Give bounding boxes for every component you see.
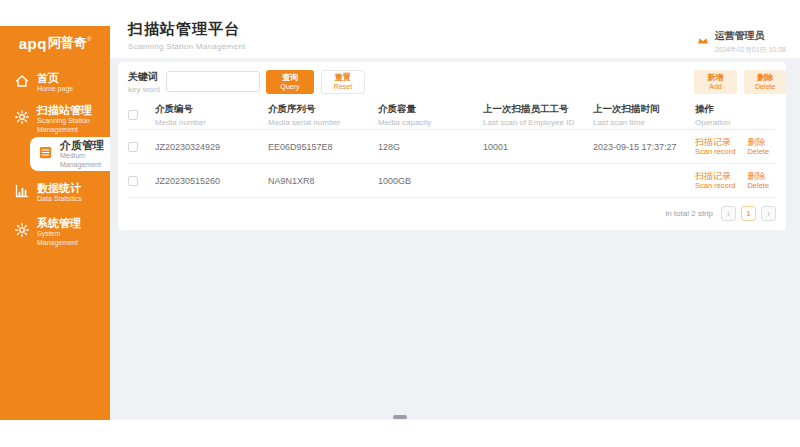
query-button-label-cn: 查询 xyxy=(282,74,298,83)
scan-record-label-en: Scan record xyxy=(695,181,735,190)
cell-serial: EE06D95157E8 xyxy=(268,142,378,152)
col-last-scan-cn: 上一次扫描时间 xyxy=(593,103,695,116)
keyword-label: 关键词 key word xyxy=(128,70,160,94)
select-all-checkbox[interactable] xyxy=(128,110,138,120)
reset-button-label-cn: 重置 xyxy=(335,74,351,83)
brand-logo-cn: 阿普奇 xyxy=(48,34,87,52)
cell-employee-id: 10001 xyxy=(483,142,593,152)
app-window: 扫描站管理平台 Scanning Station Management 运营管理… xyxy=(0,0,800,447)
content-area: 关键词 key word 查询 Query 重置 Reset 新增 Add 删除… xyxy=(110,58,800,420)
cell-last-scan: 2023-09-15 17:37:27 xyxy=(593,142,695,152)
add-button-label-en: Add xyxy=(709,83,721,91)
query-button[interactable]: 查询 Query xyxy=(266,70,314,94)
cell-capacity: 1000GB xyxy=(378,176,483,186)
sidebar-item-label-en: Home page xyxy=(37,85,99,93)
user-name: 运营管理员 xyxy=(714,29,786,43)
brand-logo: apq阿普奇® xyxy=(0,26,110,60)
registered-mark: ® xyxy=(87,36,91,42)
query-button-label-en: Query xyxy=(280,83,299,91)
delete-button[interactable]: 删除 Delete xyxy=(744,70,786,94)
cell-serial: NA9N1XR8 xyxy=(268,176,378,186)
user-datetime: 2024年02月01日 10:08 xyxy=(714,45,786,55)
user-block[interactable]: 运营管理员 2024年02月01日 10:08 xyxy=(697,29,786,55)
gear-icon xyxy=(14,222,30,242)
cell-media-number: JZ20230324929 xyxy=(155,142,268,152)
sidebar-item-medium-management[interactable]: 介质管理 Medium Management xyxy=(30,137,110,171)
keyword-input[interactable] xyxy=(166,71,260,92)
col-employee-en: Last scan of Employee ID xyxy=(483,118,593,127)
medium-table-card: 关键词 key word 查询 Query 重置 Reset 新增 Add 删除… xyxy=(118,62,786,230)
reset-button[interactable]: 重置 Reset xyxy=(321,70,365,94)
pagination-page-1[interactable]: 1 xyxy=(741,206,756,221)
add-button[interactable]: 新增 Add xyxy=(694,70,737,94)
delete-button-label-cn: 删除 xyxy=(757,74,773,83)
sidebar-item-label-en: System Management xyxy=(37,230,99,247)
cell-capacity: 128G xyxy=(378,142,483,152)
scan-record-link[interactable]: 扫描记录 Scan record xyxy=(695,171,735,191)
col-operation-en: Operation xyxy=(695,118,776,127)
add-button-label-cn: 新增 xyxy=(708,74,724,83)
page-title-block: 扫描站管理平台 Scanning Station Management xyxy=(128,20,246,51)
reset-button-label-en: Reset xyxy=(334,83,352,91)
delete-button-label-en: Delete xyxy=(755,83,775,91)
row-delete-link[interactable]: 删除 Delete xyxy=(747,137,769,157)
pagination-next-button[interactable]: › xyxy=(761,206,776,221)
row-delete-label-cn: 删除 xyxy=(747,171,769,182)
col-capacity-cn: 介质容量 xyxy=(378,103,483,116)
top-header: 扫描站管理平台 Scanning Station Management 运营管理… xyxy=(110,0,800,58)
scan-record-link[interactable]: 扫描记录 Scan record xyxy=(695,137,735,157)
scan-record-label-en: Scan record xyxy=(695,147,735,156)
col-operation-cn: 操作 xyxy=(695,103,776,116)
bar-chart-icon xyxy=(14,183,30,203)
pagination-total-text: in total 2 strip xyxy=(665,209,713,218)
pagination-prev-button[interactable]: ‹ xyxy=(721,206,736,221)
brand-logo-latin: apq xyxy=(19,35,47,52)
sidebar-item-label-cn: 数据统计 xyxy=(37,182,99,195)
keyword-label-cn: 关键词 xyxy=(128,70,160,84)
row-delete-label-cn: 删除 xyxy=(747,137,769,148)
row-checkbox[interactable] xyxy=(128,176,138,186)
sidebar-item-label-cn: 系统管理 xyxy=(37,217,99,230)
media-table: 介质编号Media number 介质序列号Media serial numbe… xyxy=(128,100,776,198)
row-delete-label-en: Delete xyxy=(747,147,769,156)
medium-list-icon xyxy=(38,145,53,164)
sidebar-item-label-en: Scanning Station Management xyxy=(37,117,99,134)
col-media-number-en: Media number xyxy=(155,118,268,127)
sidebar-item-system-management[interactable]: 系统管理 System Management xyxy=(0,215,110,249)
sidebar-item-label-cn: 首页 xyxy=(37,72,99,85)
horizontal-scrollbar-thumb[interactable] xyxy=(393,415,407,419)
sidebar-item-label-cn: 扫描站管理 xyxy=(37,104,99,117)
scan-record-label-cn: 扫描记录 xyxy=(695,171,735,182)
sidebar-item-scanning-station[interactable]: 扫描站管理 Scanning Station Management xyxy=(0,102,110,136)
table-row: JZ20230515260 NA9N1XR8 1000GB 扫描记录 Scan … xyxy=(128,164,776,198)
page-title: 扫描站管理平台 xyxy=(128,20,246,39)
user-role-icon xyxy=(697,31,709,49)
table-row: JZ20230324929 EE06D95157E8 128G 10001 20… xyxy=(128,130,776,164)
row-checkbox[interactable] xyxy=(128,142,138,152)
col-capacity-en: Media capacity xyxy=(378,118,483,127)
pagination: in total 2 strip ‹ 1 › xyxy=(665,206,776,221)
sidebar-item-data-statistics[interactable]: 数据统计 Data Statistics xyxy=(0,178,110,208)
row-delete-label-en: Delete xyxy=(747,181,769,190)
sidebar: apq阿普奇® 首页 Home page 扫描站管理 Scanning Stat… xyxy=(0,26,110,420)
page-subtitle: Scanning Station Management xyxy=(128,42,246,51)
cell-media-number: JZ20230515260 xyxy=(155,176,268,186)
col-serial-cn: 介质序列号 xyxy=(268,103,378,116)
col-serial-en: Media serial number xyxy=(268,118,378,127)
keyword-label-en: key word xyxy=(128,85,160,94)
home-icon xyxy=(14,73,30,93)
scan-record-label-cn: 扫描记录 xyxy=(695,137,735,148)
col-media-number-cn: 介质编号 xyxy=(155,103,268,116)
sidebar-item-label-en: Data Statistics xyxy=(37,195,99,203)
gear-icon xyxy=(14,109,30,129)
sidebar-item-home[interactable]: 首页 Home page xyxy=(0,68,110,98)
table-header-row: 介质编号Media number 介质序列号Media serial numbe… xyxy=(128,100,776,130)
col-last-scan-en: Last scan time xyxy=(593,118,695,127)
col-employee-cn: 上一次扫描员工工号 xyxy=(483,103,593,116)
row-delete-link[interactable]: 删除 Delete xyxy=(747,171,769,191)
